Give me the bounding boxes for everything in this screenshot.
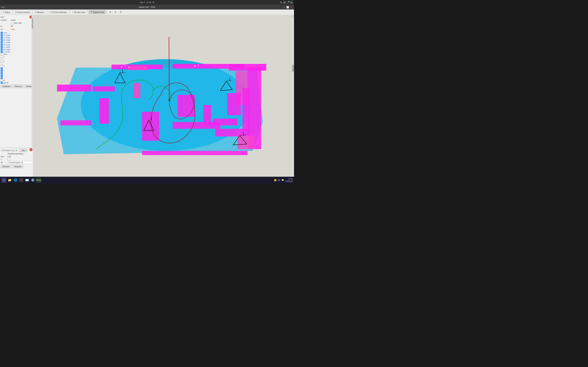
cmd3-checkbox[interactable] <box>1 46 3 48</box>
item2-checkbox[interactable] <box>1 60 3 62</box>
traj4-checkbox[interactable] <box>1 49 3 50</box>
terminal-icon[interactable]: ⬛ <box>19 178 24 183</box>
measure-button[interactable]: ━ Measure <box>34 10 46 14</box>
item3-label: 3 <box>3 65 4 67</box>
taskbar-right: 📶 🔊 💬 21:39 2023/5/5 <box>274 178 293 183</box>
viewport-scrollbar[interactable]: ▲ ▼ <box>292 15 294 178</box>
checkbox-group: cmd ed_traj1 n_cmd1 ed_traj2 n_cmd2 <box>1 32 32 84</box>
status-value: Warn <box>11 28 32 30</box>
cmd4-checkbox[interactable] <box>1 51 3 53</box>
remove-button[interactable]: Remove <box>13 85 24 88</box>
mic-icon[interactable]: 🎤 <box>286 1 289 4</box>
panel-scrollbar[interactable] <box>32 15 33 148</box>
item1-label: 1 <box>3 56 4 58</box>
svg-rect-56 <box>129 66 147 70</box>
zero-button[interactable]: Zero <box>20 149 27 152</box>
system-titlebar: May 5 13:39 ⊞ 🔊 🎤 ⏻ <box>0 0 294 5</box>
frame-label: d Color <box>1 19 11 21</box>
fixed-frame-value: <Fixed Frame> <box>8 161 21 163</box>
follower-value: ThirdPersonFollow... <box>8 153 32 155</box>
c2-checkbox[interactable] <box>1 70 3 72</box>
monitor-icon[interactable]: ⊞ <box>280 1 282 4</box>
checkbox-item-empty1 <box>1 58 32 60</box>
nav-goal-button[interactable]: ↗ 2D Nav Goal <box>70 10 86 14</box>
c1-checkbox[interactable] <box>1 67 3 69</box>
checkbox-item-c2 <box>1 70 32 72</box>
display-panel: ✕ ions d Color world 255; 255; ht 30 us:… <box>0 15 33 148</box>
browser-icon[interactable]: 🌐 <box>13 178 18 183</box>
checkbox-traj1: ed_traj1 <box>1 34 32 36</box>
view-type-select[interactable]: onFollower (rviz) ▼ <box>1 149 18 152</box>
cmd2-checkbox[interactable] <box>1 41 3 43</box>
view-panel: ✕ onFollower (rviz) ▼ Zero ThirdPersonFo… <box>0 148 33 178</box>
traj3-checkbox[interactable] <box>1 44 3 46</box>
c5-checkbox[interactable] <box>1 77 3 79</box>
c4-checkbox[interactable] <box>1 75 3 77</box>
pose-estimate-button[interactable]: ↗ 2D Pose Estimate <box>48 10 68 14</box>
3d-viewport[interactable]: ▲ ▼ <box>33 15 294 178</box>
volume-taskbar-icon: 🔊 <box>278 179 280 181</box>
focus-camera-button[interactable]: ⊙ Focus Camera <box>14 10 31 14</box>
empty2-checkbox[interactable] <box>1 63 3 65</box>
scrollbar-up-arrow[interactable]: ▲ <box>292 15 294 17</box>
zoom-out-button[interactable]: ⊖ <box>113 10 118 14</box>
cmd-checkbox[interactable] <box>1 32 3 34</box>
enable-checkbox[interactable] <box>8 158 10 160</box>
minimize-button[interactable]: ─ <box>283 6 286 9</box>
svg-point-77 <box>106 125 107 126</box>
status-label: us: <box>1 28 11 30</box>
svg-rect-45 <box>57 85 91 92</box>
frame-name-label: ne <box>1 161 8 163</box>
view-type-value: onFollower (rviz) <box>1 149 15 151</box>
measure-label: Measure <box>37 11 44 13</box>
scrollbar-thumb[interactable] <box>32 18 33 29</box>
traj2-checkbox[interactable] <box>1 39 3 41</box>
files-icon[interactable]: 📁 <box>7 178 12 183</box>
settings-button[interactable]: ⚙ <box>118 10 123 14</box>
empty1-checkbox[interactable] <box>1 58 3 60</box>
scrollbar-track[interactable] <box>292 17 294 176</box>
svg-point-79 <box>142 132 142 133</box>
c3-checkbox[interactable] <box>1 72 3 74</box>
bottom-rename-button[interactable]: Rename <box>12 165 23 168</box>
duplicate-button[interactable]: Duplicate <box>1 85 12 88</box>
start-button[interactable]: ⊞ <box>1 178 7 183</box>
checkbox-item-c3 <box>1 72 32 75</box>
settings-taskbar-icon[interactable]: ⚙️ <box>30 178 35 183</box>
bottom-panel-close[interactable]: ✕ <box>30 148 32 151</box>
ts-checkbox[interactable] <box>1 79 3 81</box>
item3-checkbox[interactable] <box>1 65 3 67</box>
cmd1-checkbox[interactable] <box>1 36 3 39</box>
mail-icon[interactable]: ✉️ <box>25 178 30 183</box>
item1-checkbox[interactable] <box>1 56 3 58</box>
window-buttons[interactable]: ─ ⬜ ✕ <box>283 6 293 9</box>
select-button[interactable]: ↖ Select <box>1 10 12 14</box>
traj1-checkbox[interactable] <box>1 34 3 36</box>
volume-icon[interactable]: 🔊 <box>283 1 286 4</box>
svg-point-80 <box>216 68 217 69</box>
fixed-frame-select[interactable]: <Fixed Frame> ▼ <box>8 161 32 164</box>
rviz-icon[interactable]: RViz <box>36 178 41 183</box>
zoom-in-button[interactable]: ⊕ <box>108 10 112 14</box>
bottom-remove-button[interactable]: Remove <box>1 165 11 168</box>
point1-checkbox[interactable] <box>1 82 3 84</box>
scrollbar-thumb-v[interactable] <box>292 65 294 72</box>
svg-rect-46 <box>61 120 91 125</box>
power-icon[interactable]: ⏻ <box>290 1 293 4</box>
maximize-button[interactable]: ⬜ <box>286 6 289 9</box>
panel-button-row: Duplicate Remove Rename <box>1 84 32 89</box>
taskbar-left: ⊞ 📁 🌐 ⬛ ✉️ ⚙️ RViz <box>1 178 41 183</box>
main-toolbar: ↖ Select ⊙ Focus Camera ━ Measure ↗ 2D P… <box>0 9 294 15</box>
close-button[interactable]: ✕ <box>290 6 293 9</box>
checkbox-item-1: 1 <box>1 55 32 58</box>
svg-rect-52 <box>203 105 211 125</box>
ht-value: 30 <box>11 25 32 27</box>
frame-chevron-icon: ▼ <box>21 161 23 163</box>
toolbar-separator-6 <box>107 10 107 14</box>
svg-point-90 <box>256 108 257 109</box>
titlebar-right: ⊞ 🔊 🎤 ⏻ <box>280 1 293 4</box>
start-icon: ⊞ <box>3 179 5 182</box>
publish-point-button[interactable]: 📍 Publish Point <box>89 10 106 14</box>
nner-checkbox[interactable] <box>1 53 3 55</box>
network-icon: 📶 <box>274 179 277 181</box>
